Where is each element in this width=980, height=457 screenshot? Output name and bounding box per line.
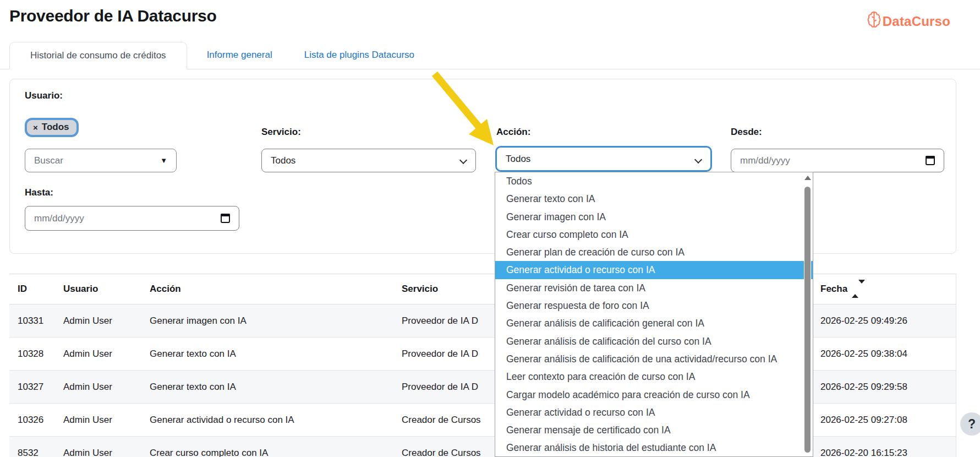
table-row: 10326Admin UserGenerar actividad o recur…: [9, 404, 956, 437]
table-row: 10328Admin UserGenerar texto con IAProve…: [9, 338, 956, 371]
chip-label: Todos: [42, 122, 69, 133]
cell-usuario: Admin User: [63, 371, 150, 404]
accion-select-value: Todos: [506, 154, 530, 165]
accion-option[interactable]: Generar análisis de historia del estudia…: [495, 439, 813, 456]
accion-option[interactable]: Generar análisis de calificación del cur…: [495, 333, 813, 350]
accion-option[interactable]: Generar texto con IA: [495, 190, 813, 208]
cell-accion: Crear curso completo con IA: [150, 437, 402, 457]
pointer-arrow-annotation: [425, 67, 502, 150]
cell-usuario: Admin User: [63, 404, 150, 437]
accion-option[interactable]: Crear curso completo con IA: [495, 226, 813, 243]
page: Proveedor de IA Datacurso DataCurso Hist…: [0, 0, 980, 457]
cell-fecha: 2026-02-25 09:38:04: [820, 338, 956, 371]
servicio-select[interactable]: Todos: [261, 149, 476, 172]
cell-fecha: 2026-02-25 09:27:08: [820, 404, 956, 437]
accion-option[interactable]: Generar imagen con IA: [495, 208, 813, 226]
accion-option[interactable]: Todos: [495, 172, 813, 190]
table-row: 8532Admin UserCrear curso completo con I…: [9, 437, 956, 457]
servicio-select-value: Todos: [271, 155, 295, 166]
servicio-label: Servicio:: [261, 127, 301, 138]
table-row: 10327Admin UserGenerar texto con IAProve…: [9, 371, 956, 404]
cell-fecha: 2026-02-25 09:49:26: [820, 304, 956, 338]
chevron-down-icon: [694, 156, 702, 164]
accion-option[interactable]: Generar actividad o recurso con IA: [495, 261, 813, 279]
caret-down-icon: ▼: [160, 156, 167, 165]
usuario-label: Usuario:: [25, 90, 63, 101]
tab-lista-plugins[interactable]: Lista de plugins Datacurso: [292, 42, 426, 69]
cell-accion: Generar actividad o recurso con IA: [150, 404, 402, 437]
help-button[interactable]: ?: [960, 412, 980, 436]
cell-accion: Generar texto con IA: [150, 338, 402, 371]
cell-accion: Generar texto con IA: [150, 371, 402, 404]
calendar-icon[interactable]: [926, 156, 935, 165]
scrollbar-thumb[interactable]: [804, 187, 811, 453]
cell-id: 8532: [9, 437, 63, 457]
accion-option[interactable]: Generar plan de creación de curso con IA: [495, 243, 813, 261]
tab-historial-consumo[interactable]: Historial de consumo de créditos: [9, 42, 187, 69]
accion-option[interactable]: Generar análisis de calificación de una …: [495, 350, 813, 368]
usuario-search-placeholder: Buscar: [34, 155, 63, 166]
cell-accion: Generar imagen con IA: [150, 304, 402, 338]
brain-icon: [867, 11, 882, 31]
table-header-row: ID Usuario Acción Servicio Fecha: [9, 274, 956, 304]
cell-id: 10326: [9, 404, 63, 437]
table-body: 10331Admin UserGenerar imagen con IAProv…: [9, 304, 956, 457]
cell-id: 10328: [9, 338, 63, 371]
accion-dropdown-options: TodosGenerar texto con IAGenerar imagen …: [495, 172, 813, 457]
accion-option[interactable]: Cargar modelo académico para creación de…: [495, 386, 813, 404]
desde-placeholder: mm/dd/yyyy: [740, 155, 790, 166]
sort-icon[interactable]: [852, 284, 865, 295]
cell-id: 10327: [9, 371, 63, 404]
hasta-placeholder: mm/dd/yyyy: [34, 213, 84, 224]
accion-dropdown-list: TodosGenerar texto con IAGenerar imagen …: [495, 172, 813, 457]
desde-date-input[interactable]: mm/dd/yyyy: [731, 149, 944, 172]
brand-name: DataCurso: [883, 14, 950, 29]
accion-option[interactable]: Generar actividad o recurso con IA: [495, 404, 813, 421]
page-title: Proveedor de IA Datacurso: [9, 7, 217, 25]
usuario-chip-todos[interactable]: × Todos: [25, 118, 79, 137]
accion-select[interactable]: Todos: [495, 146, 712, 172]
accion-option[interactable]: Leer contexto para creación de curso con…: [495, 368, 813, 385]
tab-informe-general[interactable]: Informe general: [195, 42, 284, 69]
header-accion: Acción: [150, 274, 402, 304]
scroll-up-icon[interactable]: [804, 176, 811, 180]
accion-option[interactable]: Generar mensaje de certificado con IA: [495, 421, 813, 439]
cell-usuario: Admin User: [63, 304, 150, 338]
chevron-down-icon: [459, 156, 467, 164]
hasta-label: Hasta:: [25, 187, 53, 198]
usuario-search-combobox[interactable]: Buscar ▼: [25, 149, 177, 172]
cell-fecha: 2026-02-20 16:15:23: [820, 437, 956, 457]
tab-bar: Historial de consumo de créditos Informe…: [0, 42, 980, 69]
header-id: ID: [9, 274, 63, 304]
table-row: 10331Admin UserGenerar imagen con IAProv…: [9, 304, 956, 338]
credits-history-table: ID Usuario Acción Servicio Fecha 10331Ad…: [9, 274, 956, 457]
desde-label: Desde:: [731, 127, 762, 138]
cell-fecha: 2026-02-25 09:29:58: [820, 371, 956, 404]
cell-usuario: Admin User: [63, 437, 150, 457]
cell-usuario: Admin User: [63, 338, 150, 371]
hasta-date-input[interactable]: mm/dd/yyyy: [25, 206, 239, 231]
accion-option[interactable]: Generar respuesta de foro con IA: [495, 297, 813, 314]
brand-logo: DataCurso: [867, 11, 950, 31]
accion-option[interactable]: Generar revisión de tarea con IA: [495, 279, 813, 297]
header-fecha[interactable]: Fecha: [820, 274, 956, 304]
header-usuario: Usuario: [63, 274, 150, 304]
accion-option[interactable]: Generar análisis de calificación general…: [495, 314, 813, 332]
dropdown-scrollbar[interactable]: [804, 174, 811, 455]
chip-remove-icon[interactable]: ×: [33, 123, 38, 132]
cell-id: 10331: [9, 304, 63, 338]
calendar-icon[interactable]: [221, 214, 230, 223]
